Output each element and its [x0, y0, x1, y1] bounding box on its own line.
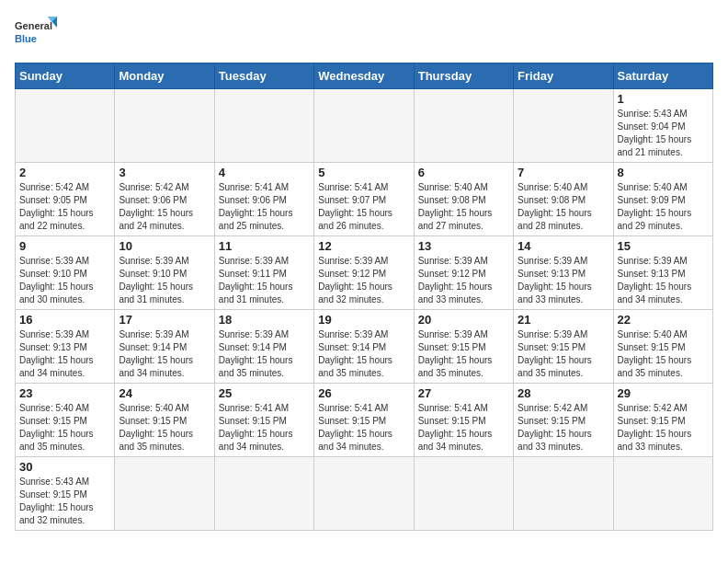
day-number: 17	[119, 313, 210, 327]
day-info: Sunrise: 5:39 AM Sunset: 9:14 PM Dayligh…	[119, 328, 210, 380]
day-info: Sunrise: 5:39 AM Sunset: 9:14 PM Dayligh…	[318, 328, 409, 380]
day-number: 12	[318, 239, 409, 253]
calendar-cell: 3Sunrise: 5:42 AM Sunset: 9:06 PM Daylig…	[115, 163, 214, 236]
day-info: Sunrise: 5:42 AM Sunset: 9:15 PM Dayligh…	[618, 402, 709, 454]
calendar-week-row: 16Sunrise: 5:39 AM Sunset: 9:13 PM Dayli…	[16, 310, 713, 384]
calendar-cell: 19Sunrise: 5:39 AM Sunset: 9:14 PM Dayli…	[314, 310, 414, 384]
day-info: Sunrise: 5:39 AM Sunset: 9:13 PM Dayligh…	[19, 328, 110, 380]
calendar-cell: 11Sunrise: 5:39 AM Sunset: 9:11 PM Dayli…	[214, 236, 313, 310]
day-number: 6	[418, 166, 509, 179]
calendar-cell: 15Sunrise: 5:39 AM Sunset: 9:13 PM Dayli…	[613, 236, 712, 310]
svg-text:General: General	[15, 20, 52, 31]
day-info: Sunrise: 5:40 AM Sunset: 9:15 PM Dayligh…	[19, 402, 110, 454]
calendar-cell: 6Sunrise: 5:40 AM Sunset: 9:08 PM Daylig…	[414, 163, 513, 236]
day-number: 11	[219, 239, 310, 253]
day-number: 26	[318, 386, 409, 400]
calendar-week-row: 2Sunrise: 5:42 AM Sunset: 9:05 PM Daylig…	[16, 163, 713, 236]
day-info: Sunrise: 5:39 AM Sunset: 9:12 PM Dayligh…	[318, 255, 409, 306]
calendar-cell: 18Sunrise: 5:39 AM Sunset: 9:14 PM Dayli…	[214, 310, 313, 384]
calendar-cell: 1Sunrise: 5:43 AM Sunset: 9:04 PM Daylig…	[613, 89, 712, 163]
calendar-cell: 8Sunrise: 5:40 AM Sunset: 9:09 PM Daylig…	[613, 163, 712, 236]
day-number: 9	[19, 239, 110, 253]
day-number: 18	[219, 313, 310, 327]
day-info: Sunrise: 5:43 AM Sunset: 9:04 PM Dayligh…	[618, 108, 709, 159]
day-number: 29	[618, 386, 709, 400]
day-info: Sunrise: 5:39 AM Sunset: 9:11 PM Dayligh…	[219, 255, 310, 306]
calendar-cell: 2Sunrise: 5:42 AM Sunset: 9:05 PM Daylig…	[16, 163, 115, 236]
day-info: Sunrise: 5:41 AM Sunset: 9:15 PM Dayligh…	[418, 402, 509, 454]
calendar-cell: 20Sunrise: 5:39 AM Sunset: 9:15 PM Dayli…	[414, 310, 513, 384]
day-info: Sunrise: 5:39 AM Sunset: 9:10 PM Dayligh…	[19, 255, 110, 306]
calendar-cell: 5Sunrise: 5:41 AM Sunset: 9:07 PM Daylig…	[314, 163, 414, 236]
calendar-header: SundayMondayTuesdayWednesdayThursdayFrid…	[16, 63, 713, 89]
calendar-cell: 25Sunrise: 5:41 AM Sunset: 9:15 PM Dayli…	[214, 384, 313, 457]
calendar-cell	[115, 89, 214, 163]
calendar-cell	[214, 89, 313, 163]
day-info: Sunrise: 5:39 AM Sunset: 9:13 PM Dayligh…	[518, 255, 609, 306]
header-friday: Friday	[514, 63, 613, 89]
day-info: Sunrise: 5:40 AM Sunset: 9:15 PM Dayligh…	[618, 328, 709, 380]
logo: General Blue	[15, 15, 61, 52]
calendar-cell: 24Sunrise: 5:40 AM Sunset: 9:15 PM Dayli…	[115, 384, 214, 457]
page-header: General Blue	[15, 15, 713, 52]
calendar-body: 1Sunrise: 5:43 AM Sunset: 9:04 PM Daylig…	[16, 89, 713, 531]
day-number: 28	[518, 386, 609, 400]
day-number: 8	[618, 166, 709, 179]
calendar-cell: 10Sunrise: 5:39 AM Sunset: 9:10 PM Dayli…	[115, 236, 214, 310]
day-number: 24	[119, 386, 210, 400]
day-info: Sunrise: 5:41 AM Sunset: 9:07 PM Dayligh…	[318, 181, 409, 233]
day-info: Sunrise: 5:39 AM Sunset: 9:15 PM Dayligh…	[518, 328, 609, 380]
day-info: Sunrise: 5:42 AM Sunset: 9:05 PM Dayligh…	[19, 181, 110, 233]
day-info: Sunrise: 5:39 AM Sunset: 9:12 PM Dayligh…	[418, 255, 509, 306]
day-number: 7	[518, 166, 609, 179]
calendar-week-row: 9Sunrise: 5:39 AM Sunset: 9:10 PM Daylig…	[16, 236, 713, 310]
calendar-week-row: 30Sunrise: 5:43 AM Sunset: 9:15 PM Dayli…	[16, 457, 713, 531]
calendar-cell	[314, 457, 414, 531]
day-info: Sunrise: 5:39 AM Sunset: 9:15 PM Dayligh…	[418, 328, 509, 380]
calendar-cell: 27Sunrise: 5:41 AM Sunset: 9:15 PM Dayli…	[414, 384, 513, 457]
calendar-cell	[414, 89, 513, 163]
calendar-cell: 4Sunrise: 5:41 AM Sunset: 9:06 PM Daylig…	[214, 163, 313, 236]
calendar-cell: 28Sunrise: 5:42 AM Sunset: 9:15 PM Dayli…	[514, 384, 613, 457]
day-info: Sunrise: 5:39 AM Sunset: 9:13 PM Dayligh…	[618, 255, 709, 306]
day-info: Sunrise: 5:40 AM Sunset: 9:09 PM Dayligh…	[618, 181, 709, 233]
calendar-cell: 9Sunrise: 5:39 AM Sunset: 9:10 PM Daylig…	[16, 236, 115, 310]
calendar-cell	[514, 89, 613, 163]
calendar-week-row: 1Sunrise: 5:43 AM Sunset: 9:04 PM Daylig…	[16, 89, 713, 163]
calendar-cell	[314, 89, 414, 163]
day-number: 3	[119, 166, 210, 179]
day-number: 22	[618, 313, 709, 327]
header-thursday: Thursday	[414, 63, 513, 89]
day-number: 30	[19, 460, 110, 474]
calendar-table: SundayMondayTuesdayWednesdayThursdayFrid…	[15, 63, 713, 531]
calendar-cell: 22Sunrise: 5:40 AM Sunset: 9:15 PM Dayli…	[613, 310, 712, 384]
generalblue-logo-icon: General Blue	[15, 15, 61, 52]
calendar-cell: 29Sunrise: 5:42 AM Sunset: 9:15 PM Dayli…	[613, 384, 712, 457]
day-number: 5	[318, 166, 409, 179]
day-number: 25	[219, 386, 310, 400]
day-number: 1	[618, 92, 709, 106]
day-info: Sunrise: 5:40 AM Sunset: 9:15 PM Dayligh…	[119, 402, 210, 454]
day-info: Sunrise: 5:39 AM Sunset: 9:10 PM Dayligh…	[119, 255, 210, 306]
header-sunday: Sunday	[16, 63, 115, 89]
day-number: 10	[119, 239, 210, 253]
header-wednesday: Wednesday	[314, 63, 414, 89]
calendar-cell	[514, 457, 613, 531]
day-number: 4	[219, 166, 310, 179]
calendar-cell: 16Sunrise: 5:39 AM Sunset: 9:13 PM Dayli…	[16, 310, 115, 384]
calendar-cell: 13Sunrise: 5:39 AM Sunset: 9:12 PM Dayli…	[414, 236, 513, 310]
day-info: Sunrise: 5:43 AM Sunset: 9:15 PM Dayligh…	[19, 476, 110, 527]
day-info: Sunrise: 5:41 AM Sunset: 9:15 PM Dayligh…	[318, 402, 409, 454]
day-number: 20	[418, 313, 509, 327]
calendar-cell: 12Sunrise: 5:39 AM Sunset: 9:12 PM Dayli…	[314, 236, 414, 310]
day-info: Sunrise: 5:40 AM Sunset: 9:08 PM Dayligh…	[418, 181, 509, 233]
day-number: 21	[518, 313, 609, 327]
calendar-cell	[613, 457, 712, 531]
header-tuesday: Tuesday	[214, 63, 313, 89]
day-number: 14	[518, 239, 609, 253]
day-info: Sunrise: 5:41 AM Sunset: 9:06 PM Dayligh…	[219, 181, 310, 233]
calendar-cell: 14Sunrise: 5:39 AM Sunset: 9:13 PM Dayli…	[514, 236, 613, 310]
calendar-cell	[115, 457, 214, 531]
calendar-cell	[16, 89, 115, 163]
day-number: 27	[418, 386, 509, 400]
